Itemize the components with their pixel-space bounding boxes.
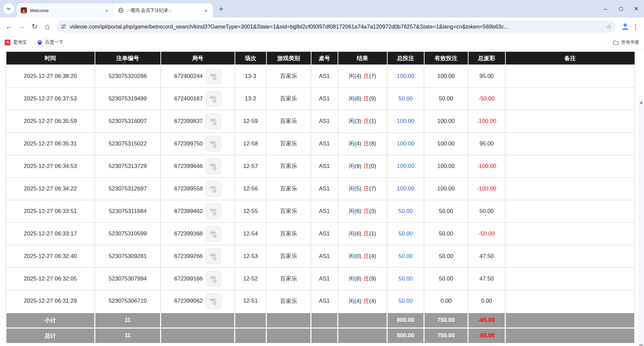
cell-note bbox=[505, 177, 635, 200]
video-replay-button[interactable] bbox=[206, 136, 221, 152]
cell-table-no: AS1 bbox=[311, 200, 338, 222]
video-replay-button[interactable] bbox=[206, 271, 221, 287]
video-replay-button[interactable] bbox=[206, 114, 221, 129]
cell-total-bet: 50.00 bbox=[387, 290, 424, 312]
bookmark-star-button[interactable]: ☆ bbox=[606, 23, 612, 31]
subtotal-count: 11 bbox=[95, 312, 161, 328]
video-replay-button[interactable] bbox=[206, 204, 221, 219]
vertical-scrollbar[interactable] bbox=[638, 99, 644, 346]
video-replay-button[interactable] bbox=[206, 91, 221, 106]
result-player: 闲 bbox=[349, 275, 354, 282]
cell-result: 闲(8)庄(9) bbox=[338, 267, 387, 290]
cell-time: 2025-12-27 06:34:22 bbox=[6, 177, 95, 200]
cell-time: 2025-12-27 06:34:53 bbox=[6, 155, 95, 177]
cell-round: 672399266 bbox=[161, 245, 235, 267]
result-banker: 庄 bbox=[363, 140, 369, 147]
video-record-icon bbox=[209, 161, 218, 171]
cell-round: 672399837 bbox=[161, 110, 235, 132]
cell-round: 672399558 bbox=[161, 177, 235, 200]
bookmark-baidu[interactable]: 百度一下 bbox=[37, 39, 63, 45]
reload-button[interactable]: ↻ bbox=[28, 20, 41, 33]
video-replay-button[interactable] bbox=[206, 249, 221, 264]
cell-note bbox=[505, 132, 635, 155]
cell-table-no: AS1 bbox=[311, 132, 338, 155]
video-replay-button[interactable] bbox=[206, 181, 221, 197]
cell-payout: 95.00 bbox=[468, 132, 505, 155]
bookmark-aitaobao[interactable]: 淘 爱淘宝 bbox=[5, 39, 27, 45]
profile-avatar-icon bbox=[621, 22, 630, 31]
home-button[interactable]: ⌂ bbox=[41, 20, 54, 33]
cell-time: 2025-12-27 06:32:05 bbox=[6, 267, 95, 290]
cell-payout: 95.00 bbox=[468, 65, 505, 87]
cell-bet-id: 523075313729 bbox=[95, 155, 161, 177]
cell-payout: 50.00 bbox=[468, 200, 505, 222]
cell-result: 闲(4)庄(7) bbox=[338, 65, 387, 87]
cell-session: 12-56 bbox=[235, 177, 266, 200]
result-banker: 庄 bbox=[363, 185, 369, 192]
video-replay-button[interactable] bbox=[206, 159, 221, 174]
new-tab-button[interactable]: + bbox=[216, 4, 226, 14]
cell-session: 12-51 bbox=[235, 290, 266, 312]
grand-total-valid-bet: 750.00 bbox=[424, 328, 468, 343]
subtotal-label: 小计 bbox=[6, 312, 95, 328]
cell-table-no: AS1 bbox=[311, 87, 338, 110]
site-settings-icon[interactable] bbox=[60, 24, 66, 30]
cell-valid-bet: 50.00 bbox=[424, 267, 468, 290]
tab-bet-record[interactable]: :::视讯 会员下注纪录::: × bbox=[113, 3, 213, 17]
cell-result: 闲(6)庄(3) bbox=[338, 200, 387, 222]
tab-close-button[interactable]: × bbox=[203, 7, 209, 14]
cell-payout: 47.50 bbox=[468, 245, 505, 267]
round-number: 672399166 bbox=[174, 275, 203, 282]
forward-button[interactable]: → bbox=[15, 20, 28, 33]
result-banker: 庄 bbox=[363, 208, 369, 214]
cell-valid-bet: 100.00 bbox=[424, 132, 468, 155]
cell-valid-bet: 50.00 bbox=[424, 87, 468, 110]
table-row: 2025-12-27 06:32:05 523075307994 6723991… bbox=[6, 267, 635, 290]
back-button[interactable]: ← bbox=[3, 20, 15, 33]
cell-result: 闲(5)庄(7) bbox=[338, 177, 387, 200]
profile-avatar-button[interactable] bbox=[620, 21, 631, 32]
scroll-up-button[interactable] bbox=[638, 99, 644, 105]
cell-result: 闲(4)庄(4) bbox=[338, 290, 387, 312]
cell-session: 13-3 bbox=[235, 65, 266, 87]
table-row: 2025-12-27 06:32:40 523075309281 6723992… bbox=[6, 245, 635, 267]
browser-menu-button[interactable]: ⋮ bbox=[631, 21, 641, 32]
tab-welcome[interactable]: ♠ Welcome × bbox=[17, 3, 113, 17]
result-player: 闲 bbox=[349, 95, 354, 102]
cell-payout: -100.00 bbox=[468, 110, 505, 132]
round-number: 672399266 bbox=[174, 253, 203, 260]
bookmark-label: 爱淘宝 bbox=[13, 39, 27, 45]
close-window-button[interactable]: × bbox=[629, 3, 644, 15]
cell-bet-id: 523075315022 bbox=[95, 132, 161, 155]
minimize-button[interactable]: – bbox=[598, 3, 613, 15]
column-header: 局号 bbox=[161, 51, 235, 65]
tab-close-button[interactable]: × bbox=[103, 7, 110, 14]
result-player: 闲 bbox=[349, 163, 354, 169]
cell-table-no: AS1 bbox=[311, 245, 338, 267]
tab-strip: ♠ Welcome × :::视讯 会员下注纪录::: × + – × bbox=[0, 0, 644, 17]
tab-search-chevron-button[interactable] bbox=[3, 3, 14, 14]
result-banker: 庄 bbox=[363, 118, 369, 124]
cell-game-type: 百家乐 bbox=[266, 87, 311, 110]
video-record-icon bbox=[209, 139, 218, 149]
address-bar[interactable]: videoie.com/ipl/portal.php/game/betrecor… bbox=[56, 20, 616, 33]
cell-note bbox=[505, 87, 635, 110]
result-player: 闲 bbox=[349, 208, 354, 214]
cell-result: 闲(4)庄(8) bbox=[338, 132, 387, 155]
video-replay-button[interactable] bbox=[206, 293, 221, 309]
video-record-icon bbox=[209, 94, 218, 104]
all-bookmarks-button[interactable]: 所有书签 bbox=[608, 39, 639, 46]
maximize-button[interactable] bbox=[613, 3, 629, 15]
column-header: 时间 bbox=[6, 51, 95, 65]
video-record-icon bbox=[209, 184, 218, 194]
cell-session: 12-53 bbox=[235, 245, 266, 267]
subtotal-payout: -65.00 bbox=[468, 312, 505, 328]
scrollbar-thumb[interactable] bbox=[639, 344, 643, 346]
cell-bet-id: 523075307994 bbox=[95, 267, 161, 290]
tab-title: Welcome bbox=[30, 8, 103, 13]
result-player: 闲 bbox=[349, 298, 354, 304]
grand-total-payout: -65.00 bbox=[468, 328, 505, 343]
video-replay-button[interactable] bbox=[206, 69, 221, 84]
cell-valid-bet: 100.00 bbox=[424, 155, 468, 177]
video-replay-button[interactable] bbox=[206, 226, 221, 242]
